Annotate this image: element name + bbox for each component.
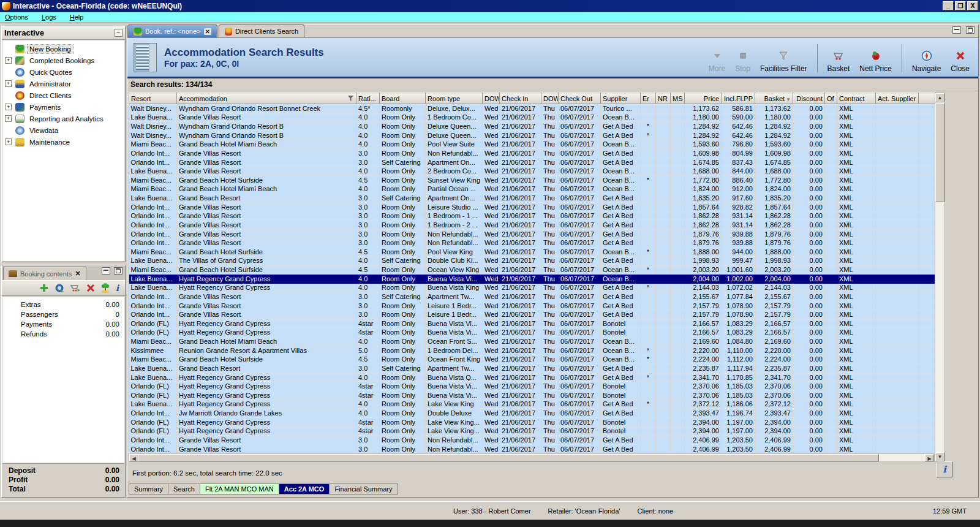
table-row[interactable]: Miami Beac...Grand Beach Hotel Miami Bea… — [129, 184, 935, 194]
main-maximize-button[interactable] — [966, 26, 974, 34]
horizontal-scrollbar[interactable]: ◀ ▶ — [129, 453, 935, 462]
booking-row-refunds[interactable]: Refunds0.00 — [2, 330, 124, 340]
nett-price-button[interactable]: Nett Price — [856, 42, 895, 75]
panel-minimize-button[interactable] — [102, 267, 110, 275]
table-row[interactable]: Orlando Int...Grande Villas Resort3.0Roo… — [129, 436, 935, 445]
vertical-scrollbar[interactable]: ▲ ▼ — [935, 93, 945, 462]
sidebar-item-reporting-and-analytics[interactable]: +Reporting and Analytics — [2, 113, 124, 124]
restore-button[interactable]: ❐ — [955, 1, 966, 10]
column-header-of[interactable]: Of — [825, 93, 837, 104]
column-header-check-out[interactable]: Check Out — [559, 93, 601, 104]
table-row[interactable]: Lake Buena...Hyatt Regency Grand Cypress… — [129, 274, 935, 283]
menu-item-logs[interactable]: Logs — [42, 13, 56, 21]
sidebar-item-quick-quotes[interactable]: Quick Quotes — [2, 66, 124, 78]
table-row[interactable]: Orlando (FL)Hyatt Regency Grand Cypress4… — [129, 382, 935, 391]
table-row[interactable]: Lake Buena...Grand Beach Resort3.0Self C… — [129, 364, 935, 373]
quote-button[interactable] — [55, 283, 64, 293]
table-row[interactable]: Lake Buena...Grand Beach Resort3.0Self C… — [129, 194, 935, 203]
sidebar-item-completed-bookings[interactable]: +Completed Bookings — [2, 55, 124, 66]
tab-book-ref-none-[interactable]: Book. ref.: <none>✕ — [127, 25, 217, 37]
column-header-ms[interactable]: MS — [671, 93, 685, 104]
expand-toggle[interactable]: + — [5, 104, 12, 110]
column-header-er[interactable]: Er — [641, 93, 656, 104]
table-row[interactable]: Orlando Int...Grande Villas Resort3.0Roo… — [129, 202, 935, 211]
navigate-button[interactable]: Navigate — [908, 42, 944, 75]
panel-maximize-button[interactable] — [114, 267, 123, 275]
close-tab-icon[interactable]: ✕ — [75, 270, 80, 278]
sidebar-item-administrator[interactable]: +Administrator — [2, 78, 124, 89]
close-window-button[interactable]: X — [967, 1, 978, 10]
expand-toggle[interactable]: + — [5, 57, 12, 64]
info-button[interactable]: i — [937, 461, 952, 477]
column-header-dow[interactable]: DOW — [483, 93, 500, 104]
bottom-tab-flt-2a-man-mco-man[interactable]: Flt 2A MAN MCO MAN — [200, 483, 279, 495]
basket-button[interactable]: Basket — [824, 42, 854, 75]
booking-row-payments[interactable]: Payments0.00 — [2, 320, 124, 330]
table-row[interactable]: Orlando Int...Grande Villas Resort3.0Roo… — [129, 238, 935, 248]
add-to-basket-button[interactable] — [70, 283, 81, 293]
column-header-room-type[interactable]: Room type — [426, 93, 483, 104]
facilities-filter-button[interactable]: Facilities Filter — [756, 42, 811, 75]
column-header-act-supplier[interactable]: Act. Supplier — [876, 93, 919, 104]
table-row[interactable]: Miami Beac...Grand Beach Hotel Surfside4… — [129, 265, 935, 275]
expand-toggle[interactable]: + — [5, 115, 12, 122]
column-header-rati-[interactable]: Rati... — [356, 93, 380, 104]
bottom-tab-acc-2a-mco[interactable]: Acc 2A MCO — [279, 483, 330, 495]
column-header-discount[interactable]: Discount — [793, 93, 825, 104]
table-row[interactable]: Orlando Int...Grande Villas Resort3.0Roo… — [129, 310, 935, 319]
horizontal-scroll-thumb[interactable] — [138, 454, 879, 461]
sidebar-item-direct-clients[interactable]: Direct Clients — [2, 89, 124, 101]
table-row[interactable]: Lake Buena...Grande Villas Resort4.0Room… — [129, 167, 935, 176]
table-row[interactable]: Walt Disney...Wyndham Grand Orlando Reso… — [129, 104, 935, 113]
column-header-basket[interactable]: Basket▼ — [755, 93, 793, 104]
table-row[interactable]: Orlando (FL)Hyatt Regency Grand Cypress4… — [129, 417, 935, 427]
table-row[interactable]: Orlando Int...Grande Villas Resort3.0Sel… — [129, 292, 935, 301]
main-minimize-button[interactable] — [952, 26, 961, 34]
table-row[interactable]: Orlando Int...Grande Villas Resort3.0Roo… — [129, 229, 935, 238]
table-row[interactable]: Orlando Int...Grande Villas Resort3.0Sel… — [129, 157, 935, 167]
column-header-resort[interactable]: Resort — [129, 93, 177, 104]
expand-toggle[interactable]: + — [5, 138, 12, 145]
vertical-scroll-thumb[interactable] — [935, 103, 944, 202]
column-header-price[interactable]: Price — [685, 93, 722, 104]
table-row[interactable]: Orlando (FL)Hyatt Regency Grand Cypress4… — [129, 319, 935, 328]
column-header-incl-fl-pp[interactable]: Incl.Fl.PP — [722, 93, 755, 104]
table-row[interactable]: Lake Buena...The Villas of Grand Cypress… — [129, 256, 935, 265]
table-row[interactable]: Miami Beac...Grand Beach Hotel Surfside4… — [129, 176, 935, 185]
table-row[interactable]: Miami Beac...Grand Beach Hotel Surfside4… — [129, 355, 935, 364]
booking-row-extras[interactable]: Extras0.00 — [2, 301, 124, 311]
sidebar-item-new-booking[interactable]: New Booking — [2, 43, 124, 55]
table-row[interactable]: Orlando (FL)Hyatt Regency Grand Cypress4… — [129, 427, 935, 436]
table-row[interactable]: Miami Beac...Grand Beach Hotel Miami Bea… — [129, 140, 935, 149]
table-row[interactable]: Orlando Int...Grande Villas Resort3.0Roo… — [129, 301, 935, 310]
menu-item-help[interactable]: Help — [70, 13, 84, 21]
column-header-nr[interactable]: NR — [656, 93, 671, 104]
table-row[interactable]: Orlando Int...Grande Villas Resort3.0Roo… — [129, 211, 935, 221]
bottom-tab-search[interactable]: Search — [168, 483, 200, 495]
table-row[interactable]: Lake Buena...Grande Villas Resort4.0Room… — [129, 113, 935, 122]
table-row[interactable]: Orlando (FL)Hyatt Regency Grand Cypress4… — [129, 328, 935, 337]
close-button[interactable]: Close — [947, 42, 973, 75]
sidebar-item-payments[interactable]: +Payments — [2, 101, 124, 113]
delete-button[interactable] — [86, 284, 95, 292]
column-header-contract[interactable]: Contract — [837, 93, 876, 104]
column-header-accommodation[interactable]: Accommodation — [177, 93, 356, 104]
table-row[interactable]: Walt Disney...Wyndham Grand Orlando Reso… — [129, 131, 935, 140]
table-row[interactable]: Lake Buena...Hyatt Regency Grand Cypress… — [129, 373, 935, 382]
minimize-button[interactable]: _ — [943, 1, 954, 10]
palm-tool-icon[interactable] — [100, 283, 110, 293]
menu-item-options[interactable]: Options — [5, 13, 28, 21]
column-header-dow[interactable]: DOW — [541, 93, 559, 104]
add-item-button[interactable] — [39, 283, 49, 293]
expand-toggle[interactable]: + — [5, 80, 12, 87]
scroll-right-button[interactable]: ▶ — [925, 454, 934, 461]
column-header-board[interactable]: Board — [380, 93, 426, 104]
info-tool-button[interactable]: i — [116, 283, 119, 293]
scroll-left-button[interactable]: ◀ — [129, 454, 138, 461]
table-row[interactable]: Lake Buena...Hyatt Regency Grand Cypress… — [129, 400, 935, 409]
table-row[interactable]: Orlando Int...Grande Villas Resort3.0Roo… — [129, 444, 935, 453]
table-row[interactable]: Walt Disney...Wyndham Grand Orlando Reso… — [129, 122, 935, 131]
column-header-supplier[interactable]: Supplier — [601, 93, 641, 104]
column-header-check-in[interactable]: Check In — [500, 93, 541, 104]
bottom-tab-summary[interactable]: Summary — [129, 483, 168, 495]
